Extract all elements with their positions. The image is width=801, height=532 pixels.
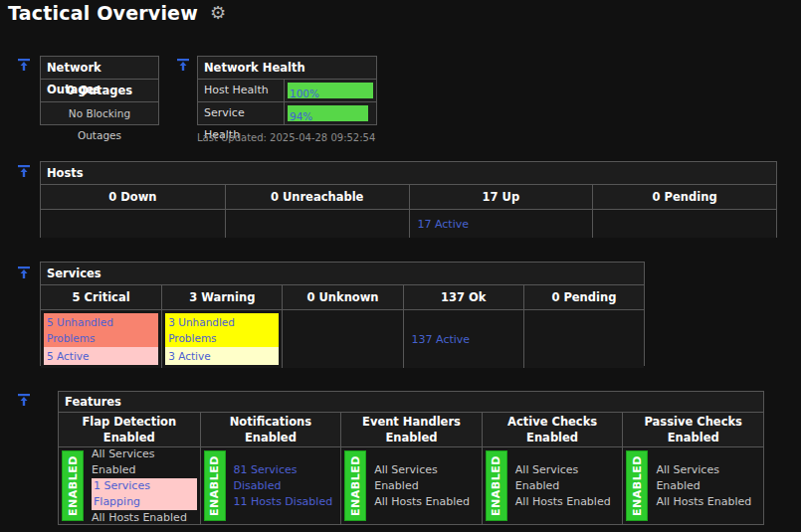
enabled-badge: ENABLED xyxy=(626,450,648,521)
hosts-header-unreachable: 0 Unreachable xyxy=(225,185,409,209)
enabled-badge: ENABLED xyxy=(486,450,507,521)
feature-header-passive-checks: Passive Checks Enabled xyxy=(622,413,763,446)
collapse-up-icon[interactable] xyxy=(17,393,31,407)
notifications-services-disabled: 81 Services Disabled xyxy=(234,462,338,494)
host-health-pct: 100% xyxy=(288,86,319,98)
network-health-title: Network Health xyxy=(198,57,376,79)
hosts-panel: Hosts 0 Down 0 Unreachable 17 Up 0 Pendi… xyxy=(40,161,777,238)
services-critical-cell: 5 Unhandled Problems 5 Active xyxy=(41,310,161,368)
warning-unhandled-link[interactable]: 3 Unhandled Problems xyxy=(168,314,276,346)
service-health-pct: 94% xyxy=(288,108,312,121)
service-health-row: Service Health 94% xyxy=(198,101,376,124)
collapse-up-icon[interactable] xyxy=(17,164,31,178)
host-health-bar-cell: 100% xyxy=(285,80,376,101)
ok-active-link[interactable]: 137 Active xyxy=(412,333,471,346)
services-header-critical: 5 Critical xyxy=(41,285,161,309)
gear-icon[interactable]: ⚙ xyxy=(210,4,226,22)
network-outages-title: Network Outages xyxy=(41,57,158,79)
notifications-hosts-disabled: 11 Hosts Disabled xyxy=(234,494,338,510)
hosts-title: Hosts xyxy=(41,162,776,184)
services-header-pending: 0 Pending xyxy=(523,285,644,309)
warning-unhandled-box: 3 Unhandled Problems xyxy=(165,313,279,347)
flap-all-hosts: All Hosts Enabled xyxy=(92,510,197,526)
feature-cell-notifications: ENABLED 81 Services Disabled 11 Hosts Di… xyxy=(200,447,341,524)
services-header-ok: 137 Ok xyxy=(403,285,523,309)
hosts-header-pending: 0 Pending xyxy=(592,185,776,209)
flap-all-services: All Services Enabled xyxy=(92,446,197,478)
service-health-bar: 94% xyxy=(288,105,368,121)
feature-header-event-handlers: Event Handlers Enabled xyxy=(340,413,482,446)
services-ok-cell: 137 Active xyxy=(403,310,523,368)
features-header-row: Flap Detection Enabled Notifications Ena… xyxy=(59,412,763,446)
page-header: Tactical Overview ⚙ xyxy=(8,2,226,24)
services-warning-cell: 3 Unhandled Problems 3 Active xyxy=(161,310,282,368)
critical-unhandled-link[interactable]: 5 Unhandled Problems xyxy=(47,314,155,346)
enabled-badge: ENABLED xyxy=(344,450,366,521)
critical-active-box: 5 Active xyxy=(44,347,158,365)
hosts-down-cell xyxy=(41,210,225,238)
collapse-up-icon[interactable] xyxy=(17,58,31,72)
critical-unhandled-box: 5 Unhandled Problems xyxy=(44,313,158,347)
hosts-header-row: 0 Down 0 Unreachable 17 Up 0 Pending xyxy=(41,184,776,209)
feature-cell-flap-detection: ENABLED All Services Enabled 1 Services … xyxy=(59,447,200,524)
event-handlers-all-services: All Services Enabled xyxy=(374,462,479,494)
collapse-up-icon[interactable] xyxy=(176,58,190,72)
critical-active-link[interactable]: 5 Active xyxy=(47,348,155,364)
active-checks-all-hosts: All Hosts Enabled xyxy=(515,494,620,510)
services-body-row: 5 Unhandled Problems 5 Active 3 Unhandle… xyxy=(41,309,644,365)
hosts-header-up: 17 Up xyxy=(409,185,593,209)
host-health-label: Host Health xyxy=(198,80,285,101)
services-panel: Services 5 Critical 3 Warning 0 Unknown … xyxy=(40,262,645,366)
feature-cell-passive-checks: ENABLED All Services Enabled All Hosts E… xyxy=(622,447,763,524)
hosts-body-row: 17 Active xyxy=(41,209,776,237)
last-updated-text: Last Updated: 2025-04-28 09:52:54 xyxy=(197,132,375,143)
services-header-warning: 3 Warning xyxy=(161,285,282,309)
page-title: Tactical Overview xyxy=(8,2,198,24)
services-unknown-cell xyxy=(282,310,402,368)
hosts-up-cell: 17 Active xyxy=(409,210,593,238)
services-header-unknown: 0 Unknown xyxy=(282,285,402,309)
passive-checks-all-hosts: All Hosts Enabled xyxy=(656,494,760,510)
host-health-row: Host Health 100% xyxy=(198,79,376,101)
service-health-bar-cell: 94% xyxy=(285,102,376,124)
services-header-row: 5 Critical 3 Warning 0 Unknown 137 Ok 0 … xyxy=(41,284,644,309)
feature-header-notifications: Notifications Enabled xyxy=(200,413,341,446)
host-health-bar: 100% xyxy=(288,83,373,98)
active-checks-all-services: All Services Enabled xyxy=(515,462,620,494)
hosts-pending-cell xyxy=(592,210,776,238)
feature-header-active-checks: Active Checks Enabled xyxy=(482,413,623,446)
hosts-header-down: 0 Down xyxy=(41,185,225,209)
services-title: Services xyxy=(41,263,644,284)
flap-services-flapping: 1 Services Flapping xyxy=(92,478,197,510)
event-handlers-all-hosts: All Hosts Enabled xyxy=(374,494,479,510)
collapse-up-icon[interactable] xyxy=(17,266,31,279)
warning-active-box: 3 Active xyxy=(165,347,279,365)
enabled-badge: ENABLED xyxy=(204,450,226,521)
features-body-row: ENABLED All Services Enabled 1 Services … xyxy=(59,446,763,524)
network-health-panel: Network Health Host Health 100% Service … xyxy=(197,56,377,125)
tactical-overview-page: Tactical Overview ⚙ Network Outages 0 Ou… xyxy=(0,0,801,532)
hosts-unreachable-cell xyxy=(225,210,409,238)
features-panel: Features Flap Detection Enabled Notifica… xyxy=(58,391,764,525)
enabled-badge: ENABLED xyxy=(62,450,84,521)
warning-active-link[interactable]: 3 Active xyxy=(168,348,276,364)
passive-checks-all-services: All Services Enabled xyxy=(656,462,760,494)
feature-cell-event-handlers: ENABLED All Services Enabled All Hosts E… xyxy=(340,447,482,524)
feature-cell-active-checks: ENABLED All Services Enabled All Hosts E… xyxy=(482,447,623,524)
network-outages-panel: Network Outages 0 Outages No Blocking Ou… xyxy=(40,56,159,125)
feature-header-flap-detection: Flap Detection Enabled xyxy=(59,413,200,446)
outages-blocking: No Blocking Outages xyxy=(41,101,158,124)
hosts-up-active-link[interactable]: 17 Active xyxy=(418,218,470,231)
services-pending-cell xyxy=(523,310,644,368)
features-title: Features xyxy=(59,392,763,412)
service-health-label: Service Health xyxy=(198,102,285,124)
